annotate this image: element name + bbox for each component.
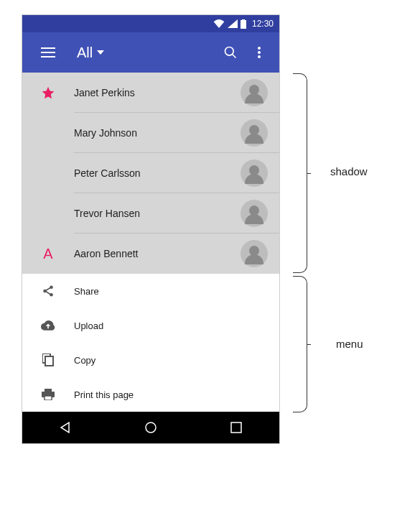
nav-recent[interactable] <box>215 422 258 433</box>
menu-label: Share <box>62 286 99 297</box>
contact-row[interactable]: Trevor Hansen <box>22 193 279 234</box>
menu-label: Print this page <box>62 389 134 400</box>
contact-name: Aaron Bennett <box>62 248 241 259</box>
svg-rect-11 <box>45 396 52 400</box>
svg-point-3 <box>258 55 261 58</box>
svg-point-1 <box>258 47 261 50</box>
section-letter: A <box>34 246 62 262</box>
phone-frame: 12:30 All Janet P <box>22 14 280 444</box>
avatar <box>241 200 268 227</box>
svg-point-12 <box>146 422 156 433</box>
annotation-label-menu: menu <box>336 338 363 350</box>
share-icon <box>34 285 62 297</box>
chevron-down-icon <box>97 50 104 55</box>
svg-point-0 <box>225 47 234 56</box>
avatar <box>241 240 268 267</box>
contact-row[interactable]: Mary Johnson <box>22 113 279 153</box>
menu-label: Copy <box>62 355 95 366</box>
hamburger-icon <box>41 47 55 57</box>
square-recent-icon <box>230 422 242 433</box>
annotation-label-shadow: shadow <box>330 165 368 177</box>
menu-button[interactable] <box>34 38 62 67</box>
status-time: 12:30 <box>252 19 274 29</box>
app-bar: All <box>22 32 279 73</box>
avatar <box>241 160 268 187</box>
annotation-brace-shadow <box>293 73 307 273</box>
svg-point-2 <box>258 51 261 54</box>
wifi-icon <box>213 19 225 28</box>
triangle-back-icon <box>59 421 72 434</box>
contact-row[interactable]: A Aaron Bennett <box>22 234 279 274</box>
menu-item-print[interactable]: Print this page <box>22 377 279 412</box>
contact-name: Mary Johnson <box>62 127 241 139</box>
contact-name: Janet Perkins <box>62 87 241 98</box>
avatar <box>241 79 268 106</box>
bottom-sheet-menu: Share Upload Copy Print this page <box>22 274 279 412</box>
svg-rect-8 <box>45 356 53 366</box>
nav-home[interactable] <box>129 421 172 434</box>
cloud-upload-icon <box>34 320 62 331</box>
svg-rect-13 <box>231 422 241 433</box>
menu-item-upload[interactable]: Upload <box>22 308 279 343</box>
contact-name: Peter Carlsson <box>62 167 241 179</box>
contact-row[interactable]: Janet Perkins <box>22 73 279 113</box>
more-vert-icon <box>258 47 261 58</box>
svg-rect-9 <box>45 389 52 392</box>
avatar <box>241 119 268 147</box>
contacts-list: Janet Perkins Mary Johnson Peter Carlsso… <box>22 73 279 274</box>
annotation-brace-menu <box>293 276 307 412</box>
menu-label: Upload <box>62 320 103 331</box>
nav-back[interactable] <box>44 421 87 434</box>
menu-item-share[interactable]: Share <box>22 274 279 308</box>
battery-icon <box>241 19 246 29</box>
menu-item-copy[interactable]: Copy <box>22 343 279 377</box>
contact-name: Trevor Hansen <box>62 208 241 219</box>
appbar-title: All <box>77 45 93 61</box>
copy-icon <box>34 354 62 366</box>
contact-row[interactable]: Peter Carlsson <box>22 153 279 193</box>
signal-icon <box>228 19 238 28</box>
status-bar: 12:30 <box>22 15 279 32</box>
navigation-bar <box>22 412 279 443</box>
star-icon <box>34 86 62 100</box>
title-dropdown[interactable]: All <box>77 45 104 61</box>
print-icon <box>34 389 62 400</box>
search-button[interactable] <box>216 38 245 67</box>
circle-home-icon <box>144 421 157 434</box>
overflow-button[interactable] <box>245 38 274 67</box>
search-icon <box>223 45 238 60</box>
